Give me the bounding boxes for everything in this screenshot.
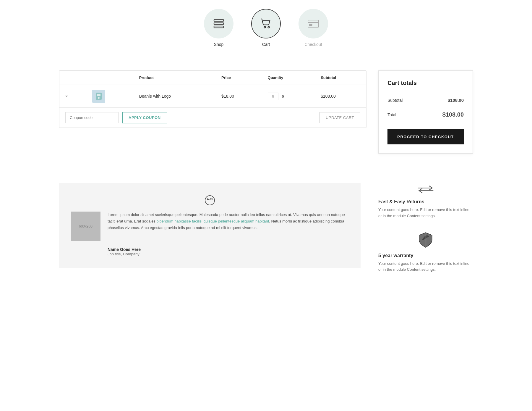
step-cart[interactable]: Cart bbox=[242, 9, 290, 47]
quantity-display: 6 bbox=[282, 94, 284, 99]
subtotal-label: Subtotal bbox=[387, 98, 403, 103]
svg-point-4 bbox=[268, 27, 270, 28]
testimonial-author: Name Goes Here Job title, Company bbox=[71, 247, 349, 256]
col-price: Price bbox=[215, 71, 262, 85]
features-section: Fast & Easy Returns Your content goes he… bbox=[378, 183, 473, 285]
cart-totals: Cart totals Subtotal $108.00 Total $108.… bbox=[378, 70, 473, 154]
svg-rect-9 bbox=[97, 94, 100, 96]
proceed-to-checkout-button[interactable]: PROCEED TO CHECKOUT bbox=[387, 129, 464, 144]
step-shop[interactable]: Shop bbox=[195, 9, 242, 47]
warranty-desc: Your content goes here. Edit or remove t… bbox=[378, 261, 473, 273]
svg-rect-7 bbox=[309, 24, 312, 25]
col-image bbox=[86, 71, 133, 85]
remove-item-button[interactable]: × bbox=[65, 94, 68, 99]
main-content: Product Price Quantity Subtotal × bbox=[59, 65, 473, 171]
testimonial-box: ❝❞ 600x900 Lorem ipsum dolor sit amet sc… bbox=[59, 183, 361, 268]
total-label: Total bbox=[387, 112, 396, 117]
col-remove bbox=[59, 71, 86, 85]
returns-desc: Your content goes here. Edit or remove t… bbox=[378, 207, 473, 219]
svg-text:❝❞: ❝❞ bbox=[207, 197, 213, 204]
quote-icon: ❝❞ bbox=[71, 195, 349, 206]
subtotal-value: $108.00 bbox=[448, 98, 464, 103]
quantity-input[interactable] bbox=[268, 93, 278, 100]
feature-returns: Fast & Easy Returns Your content goes he… bbox=[378, 183, 473, 219]
svg-rect-1 bbox=[214, 23, 223, 25]
feature-warranty: 5-year warranty Your content goes here. … bbox=[378, 231, 473, 273]
testimonial-content: 600x900 Lorem ipsum dolor sit amet scele… bbox=[71, 212, 349, 241]
col-product: Product bbox=[133, 71, 215, 85]
col-subtotal: Subtotal bbox=[315, 71, 366, 85]
cart-actions: APPLY COUPON UPDATE CART bbox=[59, 108, 366, 128]
checkout-icon-circle bbox=[299, 9, 328, 38]
product-name: Beanie with Logo bbox=[133, 85, 215, 108]
testimonial-link[interactable]: bibendum habitasse facilisi quisque pell… bbox=[156, 219, 269, 223]
update-cart-button[interactable]: UPDATE CART bbox=[319, 112, 360, 123]
item-subtotal: $108.00 bbox=[315, 85, 366, 108]
step-checkout-label: Checkout bbox=[304, 42, 322, 47]
testimonial-avatar: 600x900 bbox=[71, 212, 100, 241]
cart-icon-circle bbox=[251, 9, 281, 38]
step-cart-label: Cart bbox=[262, 42, 270, 47]
product-price: $18.00 bbox=[215, 85, 262, 108]
shop-icon-circle bbox=[204, 9, 233, 38]
author-name: Name Goes Here bbox=[108, 247, 349, 252]
warranty-icon bbox=[378, 231, 473, 249]
product-image bbox=[92, 90, 105, 103]
author-title: Job title, Company bbox=[108, 252, 349, 256]
svg-rect-5 bbox=[308, 20, 319, 27]
cart-table: Product Price Quantity Subtotal × bbox=[59, 71, 366, 108]
lower-section: ❝❞ 600x900 Lorem ipsum dolor sit amet sc… bbox=[59, 171, 473, 302]
testimonial-text: Lorem ipsum dolor sit amet scelerisque p… bbox=[108, 212, 349, 231]
apply-coupon-button[interactable]: APPLY COUPON bbox=[122, 112, 167, 123]
coupon-input[interactable] bbox=[65, 112, 119, 123]
total-row: Total $108.00 bbox=[387, 107, 464, 122]
total-value: $108.00 bbox=[442, 111, 464, 118]
subtotal-row: Subtotal $108.00 bbox=[387, 94, 464, 107]
returns-icon bbox=[378, 183, 473, 195]
warranty-title: 5-year warranty bbox=[378, 253, 473, 258]
svg-point-3 bbox=[264, 27, 266, 28]
cart-totals-title: Cart totals bbox=[387, 80, 464, 86]
table-row: × Beanie with Logo bbox=[59, 85, 366, 108]
returns-title: Fast & Easy Returns bbox=[378, 199, 473, 204]
checkout-steps: Shop Cart Checkout bbox=[59, 0, 473, 65]
col-quantity: Quantity bbox=[262, 71, 315, 85]
svg-rect-15 bbox=[425, 233, 426, 247]
cart-table-wrapper: Product Price Quantity Subtotal × bbox=[59, 70, 366, 128]
svg-point-10 bbox=[98, 97, 100, 99]
svg-rect-2 bbox=[214, 26, 223, 28]
step-shop-label: Shop bbox=[214, 42, 224, 47]
svg-rect-0 bbox=[214, 20, 223, 21]
step-checkout[interactable]: Checkout bbox=[290, 9, 337, 47]
